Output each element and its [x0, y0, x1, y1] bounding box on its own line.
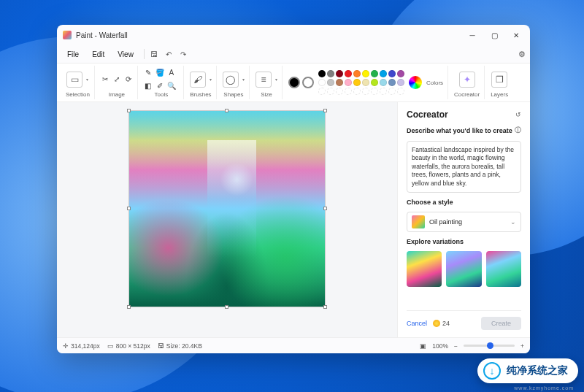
ribbon-layers: ❐ Layers [486, 66, 512, 99]
zoom-value: 100% [432, 342, 448, 350]
ribbon-tools: ✎ 🪣 A ◧ ✐ 🔍 Tools [139, 66, 184, 99]
primary-color[interactable] [288, 77, 300, 88]
save-icon[interactable]: 🖫 [149, 50, 159, 58]
color-swatch[interactable] [388, 88, 396, 95]
settings-icon[interactable]: ⚙ [518, 50, 526, 59]
variation-thumb[interactable] [446, 251, 481, 286]
menu-file[interactable]: File [61, 48, 85, 61]
canvas[interactable] [129, 111, 325, 307]
resize-handle[interactable] [225, 305, 228, 309]
resize-icon[interactable]: ⤢ [112, 75, 121, 84]
separator [144, 49, 145, 59]
ribbon-shapes: ◯▾ Shapes [218, 66, 250, 99]
panel-title: Cocreator [407, 109, 448, 120]
menubar: File Edit View 🖫 ↶ ↷ ⚙ [57, 45, 530, 63]
minimize-button[interactable]: ─ [461, 25, 483, 45]
prompt-input[interactable]: Fantastical landscape inspired by the be… [407, 141, 521, 193]
color-swatch[interactable] [318, 88, 326, 95]
style-label: Choose a style [407, 199, 521, 206]
crop-icon[interactable]: ✂ [101, 75, 110, 84]
menu-edit[interactable]: Edit [86, 48, 110, 61]
color-swatch[interactable] [388, 79, 396, 86]
fill-icon[interactable]: 🪣 [155, 68, 164, 77]
create-button[interactable]: Create [481, 317, 521, 330]
canvas-size: ▭ 800 × 512px [107, 342, 150, 350]
color-swatch[interactable] [345, 79, 352, 86]
color-swatch[interactable] [353, 79, 361, 86]
resize-handle[interactable] [323, 305, 327, 309]
cursor-icon: ✛ [63, 342, 69, 350]
maximize-button[interactable]: ▢ [483, 25, 505, 45]
cocreator-icon[interactable]: ✦ [459, 72, 475, 88]
resize-handle[interactable] [323, 207, 327, 210]
color-swatch[interactable] [318, 79, 326, 86]
color-swatch[interactable] [397, 70, 404, 77]
style-dropdown[interactable]: Oil painting ⌄ [407, 212, 521, 232]
menu-view[interactable]: View [112, 48, 139, 61]
color-swatch[interactable] [353, 88, 361, 95]
style-thumb-icon [412, 215, 425, 228]
cursor-position: ✛ 314,124px [63, 342, 100, 350]
resize-handle[interactable] [127, 305, 131, 309]
color-swatch[interactable] [336, 70, 343, 77]
ribbon-colors: Colors [284, 66, 448, 99]
text-icon[interactable]: A [167, 68, 176, 77]
color-swatch[interactable] [388, 70, 396, 77]
size-icon[interactable]: ≡ [256, 72, 272, 88]
zoom-in-button[interactable]: + [520, 342, 524, 350]
color-swatch[interactable] [380, 79, 387, 86]
secondary-color[interactable] [302, 77, 314, 88]
canvas-area[interactable] [57, 102, 397, 337]
resize-handle[interactable] [225, 109, 228, 112]
file-size: 🖫 Size: 20.4KB [158, 342, 202, 350]
color-swatch[interactable] [353, 70, 361, 77]
canvas-size-icon: ▭ [107, 342, 114, 350]
picker-icon[interactable]: ✐ [155, 82, 164, 91]
color-swatch[interactable] [336, 79, 343, 86]
redo-icon[interactable]: ↷ [178, 50, 188, 58]
pencil-icon[interactable]: ✎ [144, 68, 153, 77]
ribbon-size: ≡▾ Size [251, 66, 283, 99]
color-swatch[interactable] [345, 88, 352, 95]
color-swatch[interactable] [327, 88, 334, 95]
color-swatch[interactable] [371, 88, 378, 95]
color-picker-icon[interactable] [409, 76, 422, 89]
color-swatch[interactable] [345, 70, 352, 77]
variation-thumb[interactable] [407, 251, 442, 286]
selection-tool-icon[interactable]: ▭ [66, 72, 82, 88]
fit-screen-icon[interactable]: ▣ [420, 342, 426, 350]
info-icon[interactable]: ⓘ [515, 126, 521, 135]
color-swatch[interactable] [397, 88, 404, 95]
shapes-icon[interactable]: ◯ [223, 72, 239, 88]
close-button[interactable]: ✕ [505, 25, 527, 45]
color-swatch[interactable] [362, 70, 369, 77]
color-swatch[interactable] [318, 70, 326, 77]
color-swatch[interactable] [380, 70, 387, 77]
magnify-icon[interactable]: 🔍 [167, 82, 176, 91]
color-swatch[interactable] [327, 70, 334, 77]
ribbon-selection: ▭▾ Selection [61, 66, 95, 99]
color-swatch[interactable] [397, 79, 404, 86]
color-swatch[interactable] [371, 70, 378, 77]
color-swatch[interactable] [380, 88, 387, 95]
variation-thumb[interactable] [486, 251, 521, 286]
watermark-url: www.kzmyhome.com [514, 385, 574, 391]
color-swatch[interactable] [362, 79, 369, 86]
zoom-slider[interactable] [464, 345, 515, 347]
eraser-icon[interactable]: ◧ [144, 82, 153, 91]
zoom-out-button[interactable]: − [454, 342, 458, 350]
color-swatch[interactable] [362, 88, 369, 95]
brush-icon[interactable]: 🖌 [190, 72, 206, 88]
color-swatch[interactable] [327, 79, 334, 86]
cancel-button[interactable]: Cancel [407, 320, 427, 327]
rotate-icon[interactable]: ⟳ [124, 75, 133, 84]
history-icon[interactable]: ↺ [515, 111, 521, 118]
resize-handle[interactable] [323, 109, 327, 112]
resize-handle[interactable] [127, 109, 131, 112]
layers-icon[interactable]: ❐ [491, 72, 507, 88]
color-swatch[interactable] [371, 79, 378, 86]
color-swatch[interactable] [336, 88, 343, 95]
undo-icon[interactable]: ↶ [164, 50, 174, 58]
resize-handle[interactable] [127, 207, 131, 210]
cocreator-panel: Cocreator ↺ Describe what you'd like to … [397, 102, 530, 337]
